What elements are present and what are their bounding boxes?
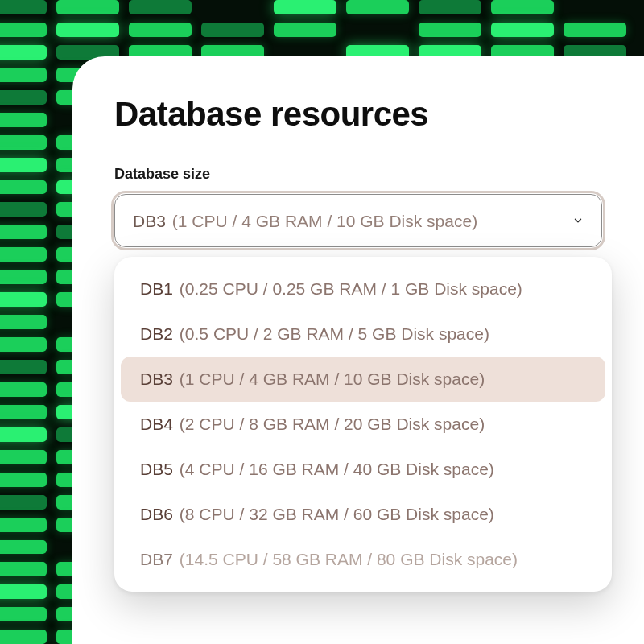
option-spec: (8 CPU / 32 GB RAM / 60 GB Disk space) (180, 505, 494, 524)
page-title: Database resources (114, 95, 602, 134)
option-spec: (0.25 CPU / 0.25 GB RAM / 1 GB Disk spac… (180, 279, 522, 299)
database-size-option[interactable]: DB7(14.5 CPU / 58 GB RAM / 80 GB Disk sp… (121, 537, 605, 582)
option-spec: (0.5 CPU / 2 GB RAM / 5 GB Disk space) (180, 324, 489, 344)
option-name: DB1 (140, 279, 173, 299)
database-size-option[interactable]: DB4(2 CPU / 8 GB RAM / 20 GB Disk space) (121, 402, 605, 447)
option-name: DB4 (140, 415, 173, 434)
database-size-option[interactable]: DB5(4 CPU / 16 GB RAM / 40 GB Disk space… (121, 447, 605, 492)
option-name: DB2 (140, 324, 173, 344)
chevron-down-icon (572, 215, 584, 226)
option-spec: (4 CPU / 16 GB RAM / 40 GB Disk space) (180, 460, 494, 479)
option-name: DB5 (140, 460, 173, 479)
database-size-select: DB3 (1 CPU / 4 GB RAM / 10 GB Disk space… (114, 194, 602, 247)
database-size-option[interactable]: DB3(1 CPU / 4 GB RAM / 10 GB Disk space) (121, 357, 605, 402)
database-size-selected-value: DB3 (1 CPU / 4 GB RAM / 10 GB Disk space… (133, 213, 477, 229)
option-name: DB6 (140, 505, 173, 524)
database-size-option[interactable]: DB6(8 CPU / 32 GB RAM / 60 GB Disk space… (121, 492, 605, 537)
option-spec: (14.5 CPU / 58 GB RAM / 80 GB Disk space… (180, 550, 518, 569)
database-size-option[interactable]: DB1(0.25 CPU / 0.25 GB RAM / 1 GB Disk s… (121, 266, 605, 312)
database-size-label: Database size (114, 166, 602, 183)
database-size-option[interactable]: DB2(0.5 CPU / 2 GB RAM / 5 GB Disk space… (121, 312, 605, 357)
option-name: DB3 (140, 369, 173, 389)
selected-option-spec: (1 CPU / 4 GB RAM / 10 GB Disk space) (172, 213, 477, 229)
selected-option-name: DB3 (133, 213, 166, 229)
option-spec: (2 CPU / 8 GB RAM / 20 GB Disk space) (180, 415, 485, 434)
option-spec: (1 CPU / 4 GB RAM / 10 GB Disk space) (180, 369, 485, 389)
database-size-dropdown: DB1(0.25 CPU / 0.25 GB RAM / 1 GB Disk s… (114, 257, 612, 592)
settings-panel: Database resources Database size DB3 (1 … (72, 56, 644, 644)
database-size-trigger[interactable]: DB3 (1 CPU / 4 GB RAM / 10 GB Disk space… (114, 194, 602, 247)
option-name: DB7 (140, 550, 173, 569)
